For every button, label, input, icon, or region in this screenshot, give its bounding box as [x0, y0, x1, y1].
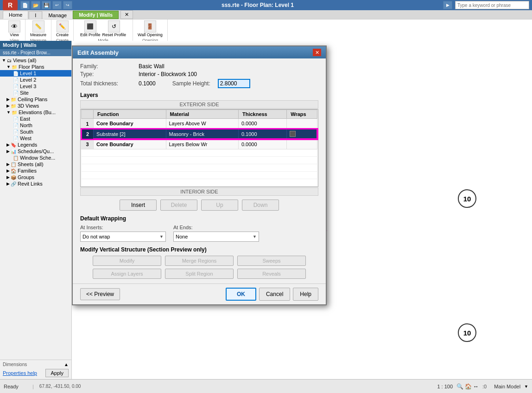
down-btn[interactable]: Down: [242, 200, 279, 211]
dialog-close-btn[interactable]: ✕: [313, 49, 321, 56]
tab-insert[interactable]: I: [29, 11, 42, 19]
split-region-btn[interactable]: Split Region: [165, 269, 234, 279]
measure-btn[interactable]: 📏 Measure: [30, 20, 46, 37]
qa-redo[interactable]: ↪: [63, 1, 72, 9]
tab-manage[interactable]: Manage: [43, 12, 72, 19]
tree-schedules[interactable]: ▶ 📊 Schedules/Qu...: [0, 148, 71, 155]
search-input[interactable]: [455, 1, 529, 9]
table-row-1[interactable]: 1 Core Boundary Layers Above W 0.0000: [82, 119, 317, 129]
up-btn[interactable]: Up: [201, 200, 238, 211]
tab-home[interactable]: Home: [3, 11, 28, 19]
row2-num: 2: [82, 129, 94, 139]
wall-opening-btn[interactable]: 🚪 Wall Opening: [138, 20, 163, 37]
sample-height-label: Sample Height:: [172, 80, 210, 87]
reset-profile-btn[interactable]: ↺ Reset Profile: [102, 20, 127, 37]
family-value: Basic Wall: [139, 63, 165, 70]
nav-icons[interactable]: 🔍 🏠 ↔: [456, 383, 479, 390]
tree-level3[interactable]: 📄 Level 3: [0, 83, 71, 90]
col-wraps: Wraps: [287, 110, 317, 119]
tree-floor-plans[interactable]: ▼ 📁 Floor Plans: [0, 64, 71, 70]
tree-north[interactable]: 📄 North: [0, 122, 71, 129]
qa-new[interactable]: 📄: [20, 1, 30, 9]
row2-function: Substrate [2]: [94, 129, 166, 139]
row3-num: 3: [82, 139, 94, 149]
edit-profile-btn[interactable]: ⬛ Edit Profile: [80, 20, 101, 37]
interior-label: INTERIOR SIDE: [80, 187, 318, 196]
modify-section-title: Modify Vertical Structure (Section Previ…: [80, 246, 318, 253]
qa-open[interactable]: 📂: [31, 1, 40, 9]
help-btn[interactable]: Help: [293, 288, 318, 301]
row3-thickness: 0.0000: [238, 139, 286, 149]
table-row-empty-2: [82, 157, 317, 164]
status-separator-1: |: [32, 384, 34, 389]
scale-display: 1 : 100: [437, 384, 453, 389]
col-num: [82, 110, 94, 119]
tree-south[interactable]: 📄 South: [0, 129, 71, 135]
tree-groups[interactable]: ▶ 📦 Groups: [0, 174, 71, 180]
insert-btn[interactable]: Insert: [120, 200, 157, 211]
status-text: Ready: [4, 384, 27, 389]
tree-elevations[interactable]: ▼ 📁 Elevations (Bu...: [0, 109, 71, 116]
merge-regions-btn[interactable]: Merge Regions: [165, 256, 234, 266]
row3-function: Core Boundary: [94, 139, 166, 149]
view-btn[interactable]: 👁 View: [8, 20, 20, 37]
dialog-title-bar[interactable]: Edit Assembly ✕: [73, 46, 326, 58]
properties-help-link[interactable]: Properties help: [3, 370, 37, 376]
table-row-empty-5: [82, 179, 317, 187]
modify-btn[interactable]: Modify: [93, 256, 161, 266]
tree-site[interactable]: 📄 Site: [0, 90, 71, 96]
dialog-title: Edit Assembly: [77, 49, 119, 56]
tree-level2[interactable]: 📄 Level 2: [0, 77, 71, 83]
qa-undo[interactable]: ↩: [52, 1, 62, 9]
tree-families[interactable]: ▶ 🏠 Families: [0, 168, 71, 174]
row1-function: Core Boundary: [94, 119, 166, 129]
model-dropdown[interactable]: ▼: [524, 384, 528, 389]
apply-button[interactable]: Apply: [45, 369, 69, 377]
table-row-empty-4: [82, 172, 317, 179]
tree-ceiling-plans[interactable]: ▶ 📁 Ceiling Plans: [0, 96, 71, 103]
tree-west[interactable]: 📄 West: [0, 135, 71, 142]
row3-wraps: [287, 139, 317, 149]
ribbon-group-opening: 🚪 Wall Opening Opening: [133, 19, 168, 44]
row1-material: Layers Above W: [166, 119, 238, 129]
row2-material: Masonry - Brick: [166, 129, 238, 139]
ok-btn[interactable]: OK: [226, 288, 256, 301]
close-tab[interactable]: ✕: [120, 10, 133, 19]
table-row-2[interactable]: 2 Substrate [2] Masonry - Brick 0.1000: [82, 129, 317, 139]
qa-save[interactable]: 💾: [42, 1, 51, 9]
tree-3d-views[interactable]: ▶ 📁 3D Views: [0, 103, 71, 109]
default-wrapping-title: Default Wrapping: [80, 215, 318, 222]
delete-btn[interactable]: Delete: [160, 200, 197, 211]
tree-east[interactable]: 📄 East: [0, 116, 71, 122]
badge-1: 10: [458, 189, 476, 208]
tab-modify-walls[interactable]: Modify | Walls: [73, 11, 119, 19]
at-ends-dropdown[interactable]: None ▼: [173, 232, 259, 242]
cancel-btn[interactable]: Cancel: [259, 288, 290, 301]
tree-window-sched[interactable]: 📋 Window Sche...: [0, 155, 71, 161]
app-title: sss.rte - Floor Plan: Level 1: [75, 2, 440, 8]
create-btn[interactable]: ✏️ Create: [56, 20, 69, 37]
row2-thickness: 0.1000: [238, 129, 286, 139]
edit-assembly-dialog: Edit Assembly ✕ Family: Basic Wall Type:…: [72, 45, 327, 305]
col-thickness: Thickness: [238, 110, 286, 119]
ribbon-group-view: 👁 View View: [4, 19, 25, 44]
tree-views-all[interactable]: ▼ 🗂 Views (all): [0, 57, 71, 64]
at-inserts-dropdown[interactable]: Do not wrap ▼: [80, 232, 166, 242]
at-inserts-label: At Inserts:: [80, 225, 166, 230]
tree-sheets[interactable]: ▶ 📋 Sheets (all): [0, 161, 71, 168]
tree-level1[interactable]: 📄 Level 1: [0, 70, 71, 77]
table-row-empty-3: [82, 164, 317, 172]
thickness-label: Total thickness:: [80, 80, 131, 87]
table-row-3[interactable]: 3 Core Boundary Layers Below Wr 0.0000: [82, 139, 317, 149]
sweeps-btn[interactable]: Sweeps: [237, 256, 306, 266]
preview-btn[interactable]: << Preview: [80, 288, 120, 300]
row1-wraps: [287, 119, 317, 129]
thickness-value: 0.1000: [139, 80, 156, 87]
assign-layers-btn[interactable]: Assign Layers: [93, 269, 161, 279]
sample-height-input[interactable]: [218, 79, 250, 88]
reveals-btn[interactable]: Reveals: [237, 269, 306, 279]
scale-indicator: :0: [482, 384, 487, 389]
expand-btn[interactable]: ▶: [443, 1, 452, 9]
tree-revit-links[interactable]: ▶ 🔗 Revit Links: [0, 180, 71, 187]
tree-legends[interactable]: ▶ 🔖 Legends: [0, 142, 71, 148]
